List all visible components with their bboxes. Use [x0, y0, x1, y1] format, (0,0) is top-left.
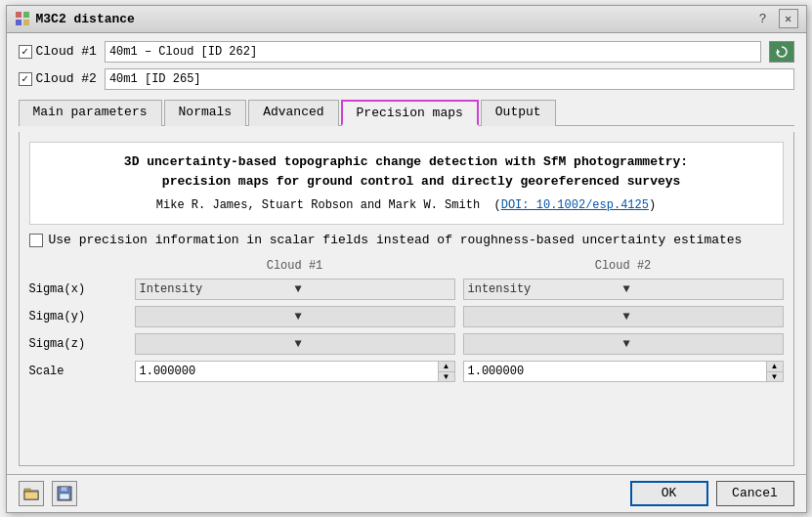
- cloud1-row: Cloud #1: [19, 41, 794, 63]
- sigma-form-grid: Cloud #1 Cloud #2 Sigma(x) Intensity ▼ i…: [29, 259, 784, 382]
- app-icon: [15, 11, 30, 26]
- sigma-x-cloud1-combo[interactable]: Intensity ▼: [135, 279, 455, 300]
- svg-rect-3: [23, 20, 29, 25]
- cloud1-header: Cloud #1: [135, 259, 455, 273]
- refresh-button[interactable]: [769, 41, 794, 63]
- sigma-z-cloud1-arrow: ▼: [295, 337, 450, 351]
- info-subtitle: Mike R. James, Stuart Robson and Mark W.…: [44, 196, 769, 214]
- scale-cloud1-spinner[interactable]: ▲ ▼: [135, 361, 455, 382]
- scale-cloud1-input[interactable]: [136, 365, 438, 378]
- precision-checkbox-label: Use precision information in scalar fiel…: [49, 233, 743, 247]
- scale-cloud1-up-button[interactable]: ▲: [439, 362, 454, 372]
- tab-advanced[interactable]: Advanced: [248, 100, 338, 126]
- title-bar: M3C2 distance ? ✕: [7, 6, 806, 33]
- svg-rect-11: [66, 487, 68, 490]
- precision-tab-content: 3D uncertainty-based topographic change …: [19, 132, 794, 466]
- sigma-z-cloud1-combo[interactable]: ▼: [135, 333, 455, 355]
- cloud2-input[interactable]: [105, 68, 794, 90]
- precision-checkbox[interactable]: [29, 234, 43, 247]
- svg-rect-0: [16, 12, 21, 18]
- cloud1-input[interactable]: [105, 41, 761, 63]
- tab-output[interactable]: Output: [481, 100, 556, 126]
- sigma-y-cloud2-arrow: ▼: [623, 310, 779, 323]
- tab-normals[interactable]: Normals: [164, 100, 247, 126]
- dialog-title: M3C2 distance: [36, 12, 748, 26]
- info-box: 3D uncertainty-based topographic change …: [29, 142, 784, 226]
- dialog-footer: OK Cancel: [7, 474, 806, 512]
- svg-rect-7: [24, 492, 38, 499]
- scale-cloud2-up-button[interactable]: ▲: [767, 362, 783, 372]
- help-button[interactable]: ?: [753, 12, 773, 26]
- svg-rect-1: [23, 12, 29, 18]
- svg-rect-10: [60, 494, 69, 499]
- sigma-y-cloud2-combo[interactable]: ▼: [463, 306, 784, 327]
- cloud1-checkbox[interactable]: [19, 45, 32, 59]
- scale-cloud2-down-button[interactable]: ▼: [767, 372, 783, 382]
- cloud1-label-group: Cloud #1: [19, 44, 97, 59]
- save-button[interactable]: [52, 481, 77, 506]
- sigma-y-label: Sigma(y): [29, 310, 127, 323]
- info-title: 3D uncertainty-based topographic change …: [44, 152, 769, 194]
- sigma-x-cloud2-arrow: ▼: [623, 282, 779, 296]
- tab-main[interactable]: Main parameters: [19, 100, 162, 126]
- scale-cloud1-spinner-buttons: ▲ ▼: [438, 362, 454, 381]
- scale-label: Scale: [29, 365, 127, 378]
- tab-bar: Main parameters Normals Advanced Precisi…: [19, 100, 794, 126]
- svg-marker-4: [777, 49, 780, 55]
- sigma-z-label: Sigma(z): [29, 337, 127, 351]
- precision-checkbox-row: Use precision information in scalar fiel…: [29, 233, 784, 247]
- sigma-y-cloud1-combo[interactable]: ▼: [135, 306, 455, 327]
- scale-cloud2-input[interactable]: [464, 365, 766, 378]
- svg-rect-2: [16, 20, 21, 25]
- sigma-x-label: Sigma(x): [29, 282, 127, 296]
- tab-precision[interactable]: Precision maps: [341, 100, 479, 126]
- cloud2-label: Cloud #2: [36, 71, 97, 86]
- cloud2-row: Cloud #2: [19, 68, 794, 90]
- scale-cloud1-down-button[interactable]: ▼: [439, 372, 454, 382]
- sigma-z-cloud2-combo[interactable]: ▼: [463, 333, 784, 355]
- sigma-y-cloud1-arrow: ▼: [295, 310, 450, 323]
- cloud2-header: Cloud #2: [463, 259, 784, 273]
- dialog-body: Cloud #1 Cloud #2 Main parameters Normal…: [7, 33, 806, 474]
- cloud1-label: Cloud #1: [36, 44, 97, 59]
- ok-button[interactable]: OK: [630, 481, 708, 506]
- sigma-x-cloud2-combo[interactable]: intensity ▼: [463, 279, 784, 300]
- open-button[interactable]: [19, 481, 44, 506]
- close-button[interactable]: ✕: [779, 9, 798, 28]
- cancel-button[interactable]: Cancel: [716, 481, 794, 506]
- doi-link[interactable]: DOI: 10.1002/esp.4125: [501, 198, 649, 212]
- m3c2-dialog: M3C2 distance ? ✕ Cloud #1 Cloud #2: [6, 5, 807, 513]
- scale-cloud2-spinner[interactable]: ▲ ▼: [463, 361, 784, 382]
- cloud2-checkbox[interactable]: [19, 72, 32, 86]
- scale-cloud2-spinner-buttons: ▲ ▼: [766, 362, 783, 381]
- sigma-z-cloud2-arrow: ▼: [623, 337, 779, 351]
- cloud2-label-group: Cloud #2: [19, 71, 97, 86]
- sigma-x-cloud1-arrow: ▼: [295, 282, 450, 296]
